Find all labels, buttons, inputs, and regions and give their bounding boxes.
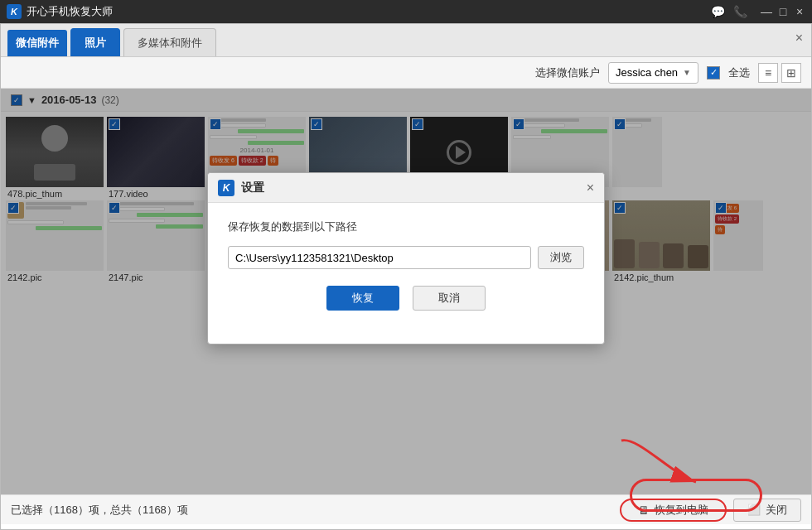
- app-logo: K: [7, 4, 22, 19]
- dropdown-arrow-icon: ▼: [683, 68, 691, 77]
- maximize-button[interactable]: □: [777, 6, 789, 17]
- modal-footer: 恢复 取消: [228, 286, 584, 327]
- tab-media[interactable]: 多媒体和附件: [123, 28, 216, 56]
- tab-bar-close[interactable]: ×: [795, 31, 803, 46]
- modal-logo: K: [218, 180, 234, 196]
- wechat-bar: 微信附件: [7, 30, 67, 56]
- computer-icon: 🖥: [638, 504, 650, 517]
- close-button[interactable]: ×: [794, 6, 805, 17]
- cancel-button[interactable]: 取消: [413, 286, 486, 311]
- status-buttons: 🖥 恢复到电脑 ⬜ 关闭: [620, 499, 801, 522]
- close-icon: ⬜: [747, 504, 761, 516]
- content-area: ✓ ▼ 2016-05-13 (32) ✓ 478.pic_thum: [1, 89, 811, 494]
- list-view-button[interactable]: ≡: [758, 63, 778, 83]
- modal-close-button[interactable]: ×: [587, 181, 594, 195]
- select-all-label: 全选: [728, 65, 750, 80]
- modal-path-input[interactable]: [228, 246, 531, 269]
- phone-icon[interactable]: 📞: [733, 5, 747, 18]
- modal-body: 保存恢复的数据到以下路径 浏览 恢复 取消: [208, 203, 604, 344]
- grid-view-button[interactable]: ⊞: [781, 63, 801, 83]
- restore-to-pc-button[interactable]: 🖥 恢复到电脑: [620, 499, 727, 522]
- close-btn-label: 关闭: [766, 503, 787, 518]
- status-text: 已选择（1168）项，总共（1168）项: [11, 503, 188, 518]
- main-window: 微信附件 照片 多媒体和附件 × 选择微信账户 Jessica chen ▼ ✓…: [0, 23, 812, 530]
- account-label: 选择微信账户: [535, 65, 600, 80]
- modal-overlay: K 设置 × 保存恢复的数据到以下路径 浏览 恢复 取消: [1, 89, 811, 494]
- modal-title: 设置: [241, 181, 587, 195]
- check-icon: ✓: [710, 67, 718, 78]
- select-all-checkbox[interactable]: ✓: [707, 66, 720, 80]
- toolbar: 选择微信账户 Jessica chen ▼ ✓ 全选 ≡ ⊞: [1, 57, 811, 89]
- tab-media-label: 多媒体和附件: [138, 36, 202, 51]
- title-bar-system-icons: 💬 📞: [711, 5, 747, 18]
- tab-bar: 微信附件 照片 多媒体和附件 ×: [1, 24, 811, 57]
- modal-description: 保存恢复的数据到以下路径: [228, 219, 584, 234]
- restore-btn-label: 恢复到电脑: [655, 503, 708, 518]
- tab-photos[interactable]: 照片: [70, 28, 120, 56]
- modal-header: K 设置 ×: [208, 173, 604, 203]
- account-name: Jessica chen: [616, 66, 678, 79]
- window-controls: — □ ×: [761, 6, 805, 17]
- settings-modal: K 设置 × 保存恢复的数据到以下路径 浏览 恢复 取消: [207, 172, 605, 344]
- app-title: 开心手机恢复大师: [27, 4, 711, 19]
- confirm-restore-button[interactable]: 恢复: [326, 286, 399, 311]
- account-selector[interactable]: Jessica chen ▼: [608, 62, 698, 84]
- chat-icon[interactable]: 💬: [711, 5, 725, 18]
- browse-button[interactable]: 浏览: [538, 246, 584, 269]
- modal-path-row: 浏览: [228, 246, 584, 269]
- view-toggle: ≡ ⊞: [758, 63, 801, 83]
- status-bar: 已选择（1168）项，总共（1168）项 🖥 恢复到电脑 ⬜ 关闭: [1, 494, 811, 524]
- tab-photos-label: 照片: [85, 36, 106, 51]
- minimize-button[interactable]: —: [761, 6, 772, 17]
- title-bar: K 开心手机恢复大师 💬 📞 — □ ×: [0, 0, 812, 23]
- wechat-label: 微信附件: [16, 36, 59, 51]
- close-button[interactable]: ⬜ 关闭: [733, 499, 801, 522]
